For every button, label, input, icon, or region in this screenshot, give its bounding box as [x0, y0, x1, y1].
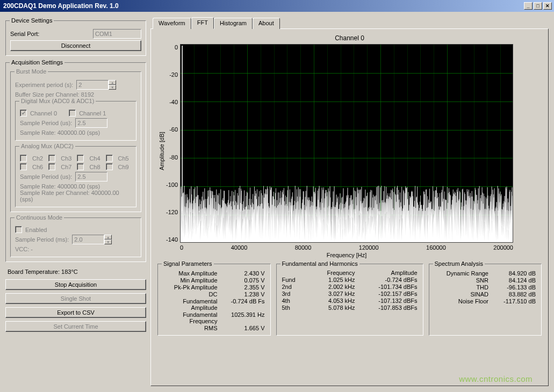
fft-plot [180, 44, 513, 243]
amux-sample-period-input[interactable]: 2.5 [75, 172, 107, 182]
spectrum-label: Noise Floor [435, 298, 489, 304]
spectrum-analysis-title: Spectrum Analysis [433, 260, 485, 267]
amux-sample-rate-label: Sample Rate: 400000.00 (sps) [20, 183, 132, 190]
signal-parameters-title: Signal Parameters [162, 260, 214, 267]
tab-content: Channel 0 Amplitude [dB] 0 -20 -40 -60 -… [150, 28, 549, 386]
spectrum-value: 83.882 dB [493, 291, 536, 297]
param-label: Max Amplitude [163, 270, 218, 277]
channel-1-checkbox[interactable] [69, 110, 76, 117]
param-label: Min Amplitude [163, 277, 218, 284]
ch3-label: Ch3 [61, 155, 71, 162]
continuous-mode-title: Continuous Mode [15, 214, 64, 221]
maximize-button[interactable]: □ [534, 2, 542, 10]
param-label: Pk-Pk Amplitude [163, 284, 218, 291]
acquisition-settings-title: Acquisition Settings [10, 59, 64, 66]
chart-ylabel: Amplitude [dB] [157, 44, 166, 258]
channel-1-label: Channel 1 [79, 110, 106, 117]
experiment-period-input[interactable]: 2 [76, 80, 109, 90]
acquisition-settings-group: Acquisition Settings Burst Mode Experime… [5, 62, 146, 262]
cont-sample-period-label: Sample Period (ms): [15, 236, 69, 243]
harmonics-amp-header: Amplitude [358, 270, 418, 276]
serial-port-input[interactable]: COM1 [93, 29, 141, 39]
ch4-label: Ch4 [89, 155, 100, 162]
ch2-checkbox[interactable] [20, 155, 27, 162]
harmonic-label: 5th [282, 304, 304, 311]
dmux-sample-rate-label: Sample Rate: 400000.00 (sps) [20, 129, 132, 136]
tab-fft[interactable]: FFT [191, 17, 214, 29]
harmonic-freq: 3.027 kHz [307, 291, 355, 297]
harmonic-label: 4th [282, 297, 304, 304]
param-value: 1.665 V [222, 325, 265, 331]
window-title: 200CDAQ1 Demo Application Rev. 1.0 [2, 2, 524, 10]
export-csv-button[interactable]: Export to CSV [5, 307, 146, 318]
single-shot-button[interactable]: Single Shot [5, 293, 146, 304]
tab-about[interactable]: About [253, 18, 280, 29]
disconnect-button[interactable]: Disconnect [10, 40, 141, 51]
board-temperature-label: Board Temperature: 183°C [8, 268, 144, 275]
spin-up-icon[interactable]: ▲ [104, 235, 112, 239]
param-label: Fundamental Frequency [163, 311, 218, 324]
channel-0-checkbox[interactable]: ✔ [20, 110, 27, 117]
ch7-checkbox[interactable] [48, 163, 55, 170]
stop-acquisition-button[interactable]: Stop Acquisition [5, 279, 146, 290]
channel-0-label: Channel 0 [30, 110, 57, 117]
continuous-enabled-label: Enabled [25, 227, 47, 233]
chart-yaxis: 0 -20 -40 -60 -80 -100 -120 -140 [166, 44, 180, 243]
param-label: RMS [163, 325, 218, 331]
serial-port-label: Serial Port: [10, 31, 39, 37]
harmonic-amp: -102.157 dBFs [358, 291, 418, 297]
close-button[interactable]: ✕ [543, 2, 552, 10]
digital-mux-title: Digital Mux (ADC0 & ADC1) [19, 98, 96, 104]
continuous-mode-group: Continuous Mode Enabled Sample Period (m… [10, 217, 141, 257]
burst-mode-title: Burst Mode [15, 68, 48, 75]
ch8-checkbox[interactable] [77, 163, 84, 170]
title-bar: 200CDAQ1 Demo Application Rev. 1.0 _ □ ✕ [0, 0, 554, 12]
ch4-checkbox[interactable] [77, 155, 84, 162]
harmonics-title: Fundamental and Harmonics [280, 260, 359, 267]
harmonic-amp: -107.853 dBFs [358, 304, 418, 311]
buffer-size-label: Buffer Size per Channel: 8192 [15, 91, 136, 98]
burst-mode-group: Burst Mode Experiment period (s): 2 ▲▼ B… [10, 71, 141, 212]
spectrum-label: THD [435, 284, 489, 291]
harmonic-label: 3rd [282, 291, 304, 297]
param-value: 1025.391 Hz [222, 311, 265, 324]
watermark: www.cntronics.com [459, 374, 533, 383]
analog-mux-title: Analog Mux (ADC2) [19, 143, 75, 149]
harmonic-freq: 2.002 kHz [307, 284, 355, 290]
dmux-sample-period-label: Sample Period (us): [20, 120, 72, 126]
digital-mux-group: Digital Mux (ADC0 & ADC1) ✔ Channel 0 Ch… [15, 101, 136, 141]
set-current-time-button[interactable]: Set Current Time [5, 321, 146, 332]
ch5-checkbox[interactable] [106, 155, 113, 162]
harmonic-label: 2nd [282, 284, 304, 290]
spectrum-value: 84.124 dB [493, 277, 536, 284]
tab-histogram[interactable]: Histogram [214, 18, 253, 29]
harmonic-amp: -107.132 dBFs [358, 297, 418, 304]
continuous-enabled-checkbox[interactable] [15, 226, 22, 233]
param-value: 0.075 V [222, 277, 265, 284]
param-value: 1.238 V [222, 291, 265, 297]
spin-up-icon[interactable]: ▲ [109, 80, 116, 85]
ch9-checkbox[interactable] [106, 163, 113, 170]
cont-sample-period-input[interactable]: 2.0 [72, 235, 104, 244]
tab-waveform[interactable]: Waveform [153, 18, 191, 29]
minimize-button[interactable]: _ [524, 2, 533, 10]
spectrum-value: 84.920 dB [493, 270, 536, 277]
spectrum-label: Dynamic Range [435, 270, 489, 277]
harmonic-freq: 5.078 kHz [307, 304, 355, 311]
spin-down-icon[interactable]: ▼ [109, 85, 116, 90]
analog-mux-group: Analog Mux (ADC2) Ch2 Ch3 Ch4 Ch5 Ch6 Ch… [15, 146, 136, 207]
amux-sample-rate-per-ch-label: Sample Rate per Channel: 400000.00 (sps) [20, 190, 132, 202]
chart-xlabel: Frequency [Hz] [180, 252, 513, 258]
experiment-period-label: Experiment period (s): [15, 82, 73, 88]
dmux-sample-period-input[interactable]: 2.5 [75, 118, 107, 128]
spin-down-icon[interactable]: ▼ [104, 239, 112, 244]
ch6-checkbox[interactable] [20, 163, 27, 170]
harmonic-freq: 1.025 kHz [307, 277, 355, 283]
ch6-label: Ch6 [32, 164, 43, 170]
ch3-checkbox[interactable] [48, 155, 55, 162]
spectrum-analysis-group: Spectrum Analysis Dynamic Range84.920 dB… [429, 264, 542, 336]
chart-title: Channel 0 [157, 34, 542, 42]
harmonic-label: Fund [282, 277, 304, 283]
amux-sample-period-label: Sample Period (us): [20, 173, 72, 180]
ch9-label: Ch9 [118, 164, 129, 170]
